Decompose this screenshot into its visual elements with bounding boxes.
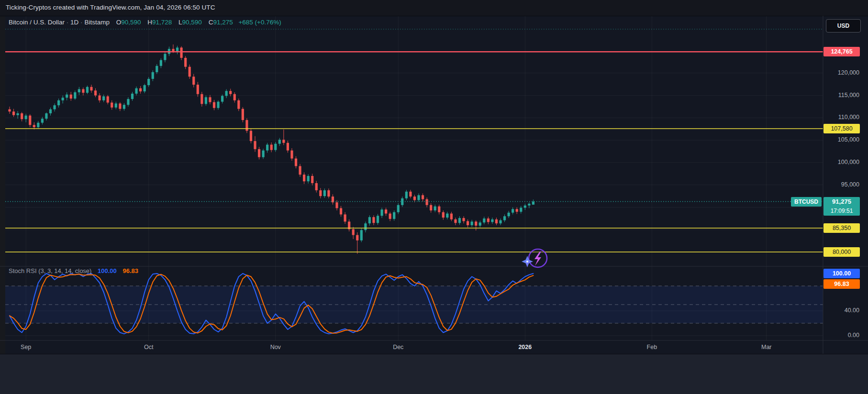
currency-usd-button[interactable]: USD — [826, 19, 861, 33]
tradingview-chart-window: Ticking-Cryptos created with TradingView… — [0, 0, 868, 394]
stoch-d-axis-label: 96.83 — [823, 279, 860, 289]
stoch-k-axis-label: 100.00 — [823, 269, 860, 278]
last-price-label: 91,275 17:09:51 — [823, 197, 860, 216]
bar-close-countdown: 17:09:51 — [823, 207, 860, 216]
last-price-symbol-tag: BTCUSD — [791, 197, 822, 207]
price-line-label-80000[interactable]: 80,000 — [823, 247, 860, 257]
last-price-value: 91,275 — [823, 197, 860, 207]
lightning-icon[interactable] — [522, 249, 547, 267]
ai-spark-badge[interactable] — [0, 0, 868, 394]
price-line-label-85350[interactable]: 85,350 — [823, 223, 860, 233]
price-line-label-107580[interactable]: 107,580 — [823, 124, 860, 133]
price-line-label-124765[interactable]: 124,765 — [823, 47, 860, 56]
